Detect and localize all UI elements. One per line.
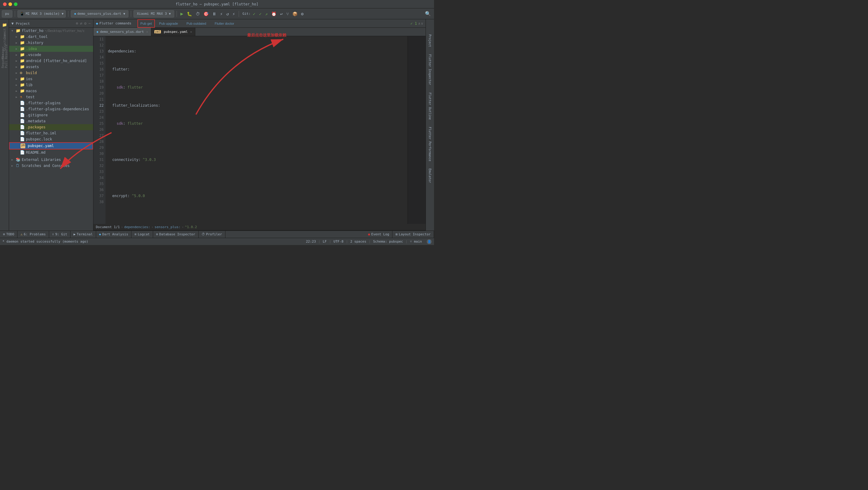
tree-item-ios[interactable]: ▶ 📁 ios xyxy=(9,76,93,82)
git-stash[interactable]: 📦 xyxy=(291,11,299,17)
tree-root-flutter-ho[interactable]: ▼ 📁 flutter_ho ~/Desktop/flutter_ho/c xyxy=(9,28,93,34)
right-panel-inspector[interactable]: Flutter Inspector xyxy=(427,51,433,88)
code-line-17: connectivity: ^3.0.3 xyxy=(108,157,405,163)
git-history[interactable]: ⏰ xyxy=(270,11,278,17)
code-editor[interactable]: 11 12 13 14 15 16 17 18 19 20 21 22 23 2… xyxy=(93,36,426,224)
tree-item-android[interactable]: ▶ 📁 android [flutter_ho_android] xyxy=(9,58,93,64)
git-settings[interactable]: ⚙ xyxy=(300,11,305,17)
status-branch[interactable]: ⑂ main xyxy=(410,240,422,244)
git-branches[interactable]: ⑂ xyxy=(285,11,290,17)
tab-demo-sensors[interactable]: ◆ demo_sensors_plus.dart ✕ xyxy=(93,28,151,36)
search-button[interactable]: 🔍 xyxy=(424,10,432,17)
item-label: assets xyxy=(26,65,39,69)
hot-reload-button[interactable]: ⚡ xyxy=(219,11,224,17)
pub-outdated-button[interactable]: Pub outdated xyxy=(182,19,210,28)
bottom-tab-logcat[interactable]: ≡ Logcat xyxy=(131,231,153,238)
item-label: .history xyxy=(26,41,43,45)
device2-selector[interactable]: Xiaomi MI MAX 3 ▼ xyxy=(133,10,174,18)
status-line-col[interactable]: 22:23 xyxy=(306,240,316,244)
git-revert[interactable]: ↩ xyxy=(279,11,284,17)
tree-item-pubspec-lock[interactable]: 📄 pubspec.lock xyxy=(9,136,93,142)
maximize-button[interactable] xyxy=(14,2,18,6)
breadcrumb-dep[interactable]: dependencies: xyxy=(124,225,150,229)
coverage-button[interactable]: 🎯 xyxy=(202,11,210,17)
tab-pubspec[interactable]: yml pubspec.yaml ✕ xyxy=(151,28,195,36)
bottom-tab-db-inspector[interactable]: ≡ Database Inspector xyxy=(153,231,198,238)
activity-pull-requests[interactable]: Pull Requests xyxy=(0,57,9,65)
device-selector[interactable]: 📱 MI MAX 3 (mobile) ▼ xyxy=(18,10,66,18)
tree-item-assets[interactable]: ▶ 📁 assets xyxy=(9,64,93,70)
bottom-tab-event-log[interactable]: ● Event Log xyxy=(365,231,393,238)
tab-close-icon[interactable]: ✕ xyxy=(190,30,192,33)
run-button[interactable]: ▶ xyxy=(179,10,185,17)
tree-item-readme[interactable]: 📄 README.md xyxy=(9,150,93,155)
status-schema[interactable]: Schema: pubspec xyxy=(373,240,403,244)
tree-item-build[interactable]: ▶ ⚙ build xyxy=(9,70,93,76)
tree-item-dart-tool[interactable]: ▶ 📁 .dart_tool xyxy=(9,34,93,40)
tree-item-metadata[interactable]: 📄 .metadata xyxy=(9,118,93,124)
test-icon: ⚗ xyxy=(20,95,25,99)
ln-18: 18 xyxy=(95,78,104,84)
status-encoding[interactable]: UTF-8 xyxy=(334,240,344,244)
activity-project[interactable]: 📁 xyxy=(0,21,9,29)
minimize-button[interactable] xyxy=(8,2,12,6)
right-panel-outline[interactable]: Flutter Outline xyxy=(427,90,433,123)
config-selector[interactable]: ◆ demo_sensors_plus.dart ▼ xyxy=(71,10,128,18)
hot-restart-button[interactable]: ↺ xyxy=(225,11,230,17)
code-content[interactable]: dependencies: flutter: sdk: flutter flut… xyxy=(105,36,407,224)
project-button[interactable]: pu xyxy=(2,10,12,18)
close-button[interactable] xyxy=(3,2,7,6)
tree-item-external-libs[interactable]: ▶ 📚 External Libraries xyxy=(9,157,93,163)
flutter-doctor-button[interactable]: Flutter doctor xyxy=(210,19,239,28)
bottom-tab-profiler[interactable]: ⏱ Profiler xyxy=(198,231,225,238)
git-pull[interactable]: ↗ xyxy=(264,11,269,17)
tree-item-idea[interactable]: ▶ 📁 .idea xyxy=(9,46,93,52)
minimize-panel-icon[interactable]: − xyxy=(88,21,91,26)
attach-button[interactable]: ⚡ xyxy=(231,11,236,17)
breadcrumb-sensors[interactable]: sensors_plus: xyxy=(155,225,181,229)
add-icon[interactable]: ⊕ xyxy=(76,21,79,26)
status-indent[interactable]: 2 spaces xyxy=(350,240,366,244)
tree-item-test[interactable]: ▶ ⚗ test xyxy=(9,94,93,100)
bottom-tab-layout-inspector[interactable]: ⊞ Layout Inspector xyxy=(393,231,434,238)
bottom-tab-dart-analysis[interactable]: ◆ Dart Analysis xyxy=(96,231,132,238)
tree-item-history[interactable]: ▶ 📁 .history xyxy=(9,40,93,46)
expand-btn[interactable]: ∧ xyxy=(418,21,421,26)
tree-item-flutter-plugins[interactable]: 📄 .flutter-plugins xyxy=(9,100,93,106)
status-line-ending[interactable]: LF xyxy=(323,240,327,244)
bottom-tab-terminal[interactable]: ▶ Terminal xyxy=(70,231,96,238)
settings-icon[interactable]: ⚙ xyxy=(84,21,87,26)
right-panel-performance[interactable]: Flutter Performance xyxy=(427,124,433,164)
tree-item-pubspec-yaml[interactable]: yml pubspec.yaml xyxy=(9,142,93,150)
tree-item-macos[interactable]: ▶ 📁 macos xyxy=(9,88,93,94)
item-label: build xyxy=(26,71,37,75)
item-label: macos xyxy=(26,89,37,93)
stop-button[interactable]: ⏸ xyxy=(211,11,218,17)
tree-item-packages[interactable]: 📄 .packages xyxy=(9,124,93,130)
right-panel-emulator[interactable]: Emulator xyxy=(427,165,433,186)
bottom-tab-git[interactable]: ↑ 9: Git xyxy=(49,231,70,238)
tree-item-gitignore[interactable]: 📄 .gitignore xyxy=(9,112,93,118)
tree-item-iml[interactable]: 📄 flutter_ho.iml xyxy=(9,130,93,136)
line-numbers: 11 12 13 14 15 16 17 18 19 20 21 22 23 2… xyxy=(93,36,105,224)
ln-12: 12 xyxy=(95,42,104,48)
bottom-tab-todo[interactable]: ≡ TODO xyxy=(0,231,18,238)
flutter-cmd-label: ◆ Flutter commands xyxy=(96,21,131,26)
window-controls[interactable] xyxy=(3,2,18,6)
tab-close-icon[interactable]: ✕ xyxy=(146,30,148,33)
bottom-tab-problems[interactable]: ⚠ 6: Problems xyxy=(18,231,49,238)
tree-item-vscode[interactable]: ▶ 📁 .vscode xyxy=(9,52,93,58)
tree-item-lib[interactable]: ▶ 📁 lib xyxy=(9,82,93,88)
profile-button[interactable]: ⏱ xyxy=(194,11,201,17)
sync-icon[interactable]: ⇄ xyxy=(80,21,83,26)
collapse-btn[interactable]: ∨ xyxy=(421,21,423,26)
pub-upgrade-button[interactable]: Pub upgrade xyxy=(155,19,182,28)
git-push[interactable]: ✓ xyxy=(258,11,263,17)
debug-button[interactable]: 🐛 xyxy=(186,11,193,17)
git-commit[interactable]: ✓ xyxy=(252,11,256,17)
item-label: lib xyxy=(26,83,33,87)
tree-item-flutter-plugins-deps[interactable]: 📄 .flutter-plugins-dependencies xyxy=(9,106,93,112)
pub-get-button[interactable]: Pub get xyxy=(137,19,155,28)
tree-item-scratches[interactable]: ▶ 🗒 Scratches and Consoles xyxy=(9,163,93,169)
right-panel-project[interactable]: Project xyxy=(427,31,433,50)
